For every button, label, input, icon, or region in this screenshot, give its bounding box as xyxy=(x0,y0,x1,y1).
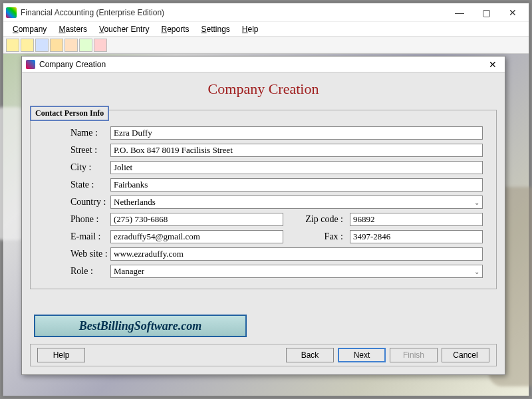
toolbar-btn-4[interactable] xyxy=(50,39,63,52)
finish-button[interactable]: Finish xyxy=(390,348,438,362)
select-role-value: Manager xyxy=(114,266,144,277)
label-role: Role : xyxy=(44,266,110,277)
input-name[interactable] xyxy=(110,126,483,140)
menu-company[interactable]: Company xyxy=(7,23,52,35)
select-country[interactable]: Netherlands ⌄ xyxy=(110,196,483,209)
cancel-button[interactable]: Cancel xyxy=(442,348,489,362)
input-zip[interactable] xyxy=(350,213,483,226)
dialog-close-button[interactable]: ✕ xyxy=(485,58,501,71)
select-country-value: Netherlands xyxy=(114,197,156,207)
help-button[interactable]: Help xyxy=(37,348,85,362)
label-city: City : xyxy=(44,162,110,173)
input-phone[interactable] xyxy=(110,213,283,226)
close-button[interactable]: ✕ xyxy=(499,5,526,21)
dialog-heading: Company Creation xyxy=(30,80,497,98)
section-label: Contact Person Info xyxy=(30,106,109,121)
input-state[interactable] xyxy=(110,178,483,192)
minimize-button[interactable]: — xyxy=(446,5,473,21)
dialog-body: Company Creation Contact Person Info Nam… xyxy=(22,72,505,374)
toolbar-btn-5[interactable] xyxy=(65,39,78,52)
select-role[interactable]: Manager ⌄ xyxy=(110,265,483,278)
menu-voucher-entry[interactable]: Voucher Entry xyxy=(94,23,154,35)
chevron-down-icon: ⌄ xyxy=(474,199,479,206)
input-email[interactable] xyxy=(110,230,283,243)
label-state: State : xyxy=(44,180,110,190)
dialog-icon xyxy=(26,60,35,69)
button-bar: Help Back Next Finish Cancel xyxy=(30,344,497,366)
label-phone: Phone : xyxy=(44,214,110,225)
menubar: Company Masters Voucher Entry Reports Se… xyxy=(3,22,529,37)
label-fax: Fax : xyxy=(283,231,350,242)
label-website: Web site : xyxy=(44,249,110,259)
chevron-down-icon: ⌄ xyxy=(474,268,479,275)
input-street[interactable] xyxy=(110,144,483,157)
menu-masters[interactable]: Masters xyxy=(53,23,92,35)
dialog-titlebar: Company Creation ✕ xyxy=(22,57,505,72)
maximize-button[interactable]: ▢ xyxy=(473,5,499,21)
titlebar: Financial Accounting (Enterprise Edition… xyxy=(3,3,529,22)
input-city[interactable] xyxy=(110,161,483,174)
input-website[interactable] xyxy=(110,247,483,261)
watermark: BestBillingSoftware.com xyxy=(34,315,247,337)
menu-reports[interactable]: Reports xyxy=(156,23,194,35)
toolbar-btn-2[interactable] xyxy=(21,39,34,52)
next-button[interactable]: Next xyxy=(338,348,386,362)
label-name: Name : xyxy=(44,128,110,138)
label-email: E-mail : xyxy=(44,231,110,242)
label-country: Country : xyxy=(44,197,110,207)
label-street: Street : xyxy=(44,145,110,156)
menu-settings[interactable]: Settings xyxy=(196,23,235,35)
app-title: Financial Accounting (Enterprise Edition… xyxy=(21,8,446,17)
toolbar xyxy=(3,37,529,54)
form-panel: Name : Street : City : State : Country :… xyxy=(30,110,497,289)
toolbar-btn-1[interactable] xyxy=(6,39,19,52)
label-zip: Zip code : xyxy=(283,214,350,225)
input-fax[interactable] xyxy=(350,230,483,243)
toolbar-btn-6[interactable] xyxy=(79,39,92,52)
window-controls: — ▢ ✕ xyxy=(446,5,526,21)
menu-help[interactable]: Help xyxy=(237,23,264,35)
dialog-title: Company Creation xyxy=(39,60,485,69)
app-icon xyxy=(6,7,17,18)
company-creation-dialog: Company Creation ✕ Company Creation Cont… xyxy=(21,56,505,375)
back-button[interactable]: Back xyxy=(286,348,334,362)
toolbar-btn-7[interactable] xyxy=(94,39,107,52)
toolbar-btn-3[interactable] xyxy=(35,39,49,52)
